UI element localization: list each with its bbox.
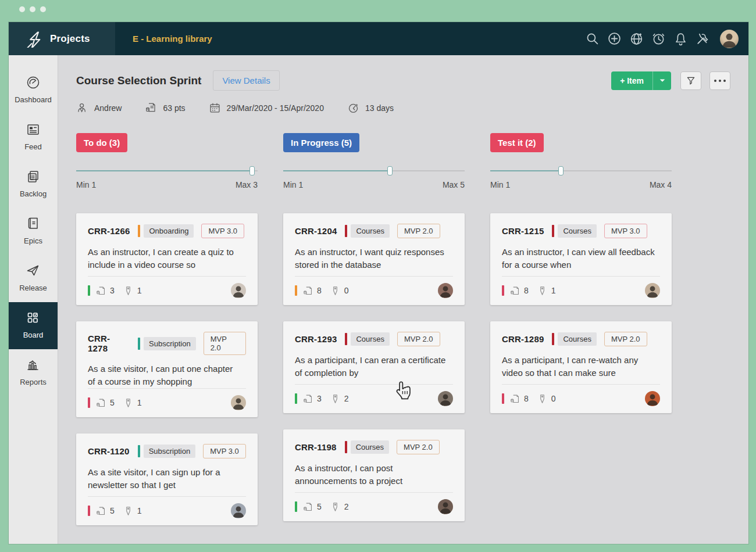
tools-settings-icon[interactable]	[696, 31, 710, 46]
story-card[interactable]: CRR-1289 Courses MVP 2.0 As a participan…	[490, 321, 672, 413]
sidebar-item-dashboard[interactable]: Dashboard	[9, 67, 58, 114]
card-version-chip[interactable]: MVP 3.0	[201, 224, 244, 238]
card-tag[interactable]: Courses	[345, 332, 389, 346]
sidebar-item-feed[interactable]: Feed	[9, 114, 58, 161]
card-tag[interactable]: Subscription	[138, 445, 196, 458]
wip-limit-slider[interactable]	[283, 166, 465, 175]
card-list: CRR-1215 Courses MVP 3.0 As an instructo…	[490, 213, 672, 413]
user-avatar[interactable]	[720, 30, 739, 48]
wip-limit-slider[interactable]	[490, 166, 672, 175]
add-item-button[interactable]: + Item	[611, 71, 653, 90]
sidebar-item-board[interactable]: Board	[9, 302, 58, 349]
card-story-text: As an instructor, I can create a quiz to…	[88, 246, 246, 271]
notifications-bell-icon[interactable]	[673, 31, 688, 46]
card-story-text: As a site visitor, I can sign up for a n…	[88, 466, 246, 492]
tag-label: Subscription	[144, 337, 196, 350]
assignee-avatar[interactable]	[645, 391, 660, 406]
assignee-avatar[interactable]	[438, 499, 453, 514]
column-todo: To do (3) Min 1 Max 3 CRR-1266	[76, 133, 258, 525]
recent-activity-icon[interactable]	[651, 31, 666, 46]
add-new-icon[interactable]	[607, 31, 622, 46]
card-tag[interactable]: Courses	[345, 224, 389, 238]
wip-limit-slider[interactable]	[76, 166, 258, 175]
sidebar-item-epics[interactable]: Epics	[9, 208, 58, 255]
card-version-chip[interactable]: MVP 3.0	[604, 224, 647, 238]
tag-count-icon	[537, 393, 548, 404]
card-tag[interactable]: Courses	[345, 440, 389, 454]
window-dot[interactable]	[19, 6, 25, 12]
app-brand[interactable]: Projects	[9, 22, 115, 55]
add-item-dropdown[interactable]	[653, 71, 671, 90]
app-window: Projects E - Learning library Dashboard …	[9, 22, 748, 544]
priority-bar	[502, 393, 504, 404]
points-count: 8	[317, 286, 322, 295]
slider-thumb[interactable]	[387, 166, 393, 175]
assignee-avatar[interactable]	[231, 395, 246, 410]
more-options-button[interactable]	[709, 71, 730, 90]
card-version-chip[interactable]: MVP 2.0	[397, 440, 440, 454]
assignee-avatar[interactable]	[231, 503, 246, 518]
points-count: 5	[110, 506, 115, 515]
tag-count-icon	[123, 506, 134, 517]
card-list: CRR-1266 Onboarding MVP 3.0 As an instru…	[76, 213, 258, 525]
tags-count: 0	[344, 286, 349, 295]
slider-thumb[interactable]	[558, 166, 564, 175]
card-story-text: As a participant, I can eran a certifica…	[295, 354, 453, 379]
slider-min-label: Min 1	[490, 180, 510, 189]
priority-bar	[88, 397, 90, 408]
avatar-silhouette-icon	[720, 30, 739, 48]
story-card[interactable]: CRR-1120 Subscription MVP 3.0 As a site …	[76, 433, 258, 525]
tag-color-bar	[138, 445, 140, 457]
search-icon[interactable]	[585, 31, 600, 46]
story-card[interactable]: CRR-1266 Onboarding MVP 3.0 As an instru…	[76, 213, 258, 305]
assignee-avatar[interactable]	[438, 283, 453, 298]
priority-bar	[88, 285, 90, 296]
card-id: CRR-1266	[88, 226, 130, 236]
sprint-owner[interactable]: Andrew	[76, 102, 122, 114]
window-controls[interactable]	[19, 6, 46, 12]
slider-thumb[interactable]	[249, 166, 255, 175]
card-tag[interactable]: Courses	[552, 224, 596, 238]
view-details-button[interactable]: View Details	[213, 70, 279, 91]
card-id: CRR-1198	[295, 442, 337, 452]
project-tab[interactable]: E - Learning library	[115, 22, 230, 55]
points-count: 8	[524, 394, 529, 403]
duration-value: 13 days	[365, 103, 394, 113]
more-options-icon	[714, 80, 726, 82]
release-plane-icon	[26, 263, 41, 278]
sidebar-item-reports[interactable]: Reports	[9, 349, 58, 396]
window-dot[interactable]	[40, 6, 46, 12]
story-card[interactable]: CRR-1198 Courses MVP 2.0 As a instructor…	[283, 429, 465, 521]
project-name: E - Learning library	[133, 34, 212, 44]
card-tag[interactable]: Onboarding	[138, 224, 194, 238]
slider-fill	[490, 170, 561, 171]
card-tag[interactable]: Courses	[552, 332, 596, 346]
card-version-chip[interactable]: MVP 2.0	[397, 224, 440, 238]
card-list: CRR-1204 Courses MVP 2.0 As an instructo…	[283, 213, 465, 521]
assignee-avatar[interactable]	[438, 391, 453, 406]
story-card[interactable]: CRR-1278 Subscription MVP 2.0 As a site …	[76, 321, 258, 417]
column-header-badge[interactable]: To do (3)	[76, 133, 127, 152]
story-card[interactable]: CRR-1215 Courses MVP 3.0 As an instructo…	[490, 213, 672, 305]
window-dot[interactable]	[30, 6, 35, 12]
card-tag[interactable]: Subscription	[138, 337, 196, 350]
story-card[interactable]: CRR-1293 Courses MVP 2.0 As a participan…	[283, 321, 465, 413]
avatar-silhouette-icon	[438, 391, 453, 406]
globe-icon[interactable]	[629, 31, 644, 46]
assignee-avatar[interactable]	[645, 283, 660, 298]
slider-min-label: Min 1	[76, 180, 96, 189]
card-version-chip[interactable]: MVP 2.0	[604, 332, 647, 346]
kanban-board: To do (3) Min 1 Max 3 CRR-1266	[76, 133, 730, 525]
card-version-chip[interactable]: MVP 3.0	[203, 444, 246, 458]
filter-button[interactable]	[680, 71, 701, 90]
column-header-badge[interactable]: Test it (2)	[490, 133, 544, 152]
sprint-dates: 29/Mar/2020 - 15/Apr/2020	[209, 102, 324, 114]
sidebar-item-backlog[interactable]: Backlog	[9, 161, 58, 208]
column-header-badge[interactable]: In Progress (5)	[283, 133, 359, 152]
story-card[interactable]: CRR-1204 Courses MVP 2.0 As an instructo…	[283, 213, 465, 305]
card-version-chip[interactable]: MVP 2.0	[204, 332, 246, 355]
assignee-avatar[interactable]	[231, 283, 246, 298]
slider-max-label: Max 5	[443, 180, 465, 189]
sidebar-item-release[interactable]: Release	[9, 255, 58, 302]
card-version-chip[interactable]: MVP 2.0	[397, 332, 440, 346]
